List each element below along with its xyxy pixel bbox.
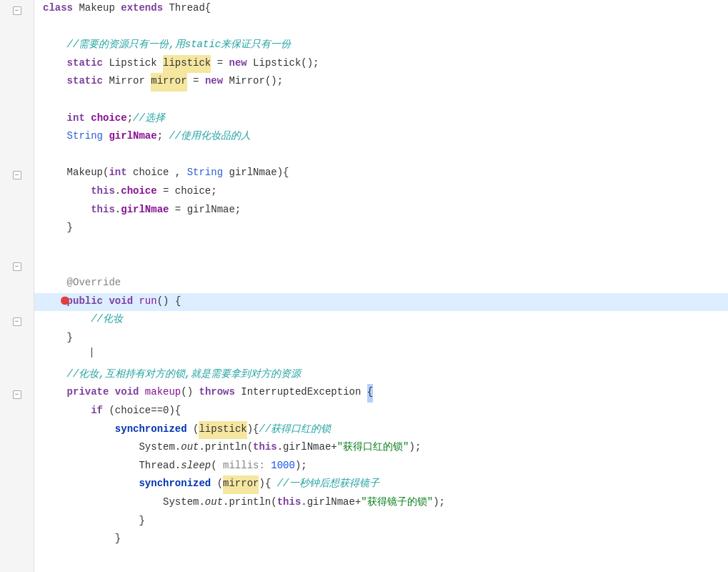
code-line-30: } [34,531,728,549]
editor-container: − − − − − class Makeup exte [0,0,728,572]
code-line-2 [34,19,728,37]
code-line-7: int choice;//选择 [34,110,728,129]
code-line-15 [34,256,728,275]
fold-icon-class[interactable]: − [13,6,21,15]
code-line-23: if (choice==0){ [34,403,728,421]
code-line-4: static Lipstick lipstick = new Lipstick(… [34,55,728,74]
code-line-18: //化妆 [34,311,728,330]
code-line-14 [34,238,728,257]
code-line-19: } [34,330,728,348]
token-lipstick-sync: lipstick [199,421,246,440]
code-line-21: //化妆,互相持有对方的锁,就是需要拿到对方的资源 [34,366,728,385]
code-line-26: Thread.sleep( millis: 1000); [34,458,728,476]
code-line-13: } [34,220,728,238]
comment-resources: //需要的资源只有一份,用static来保证只有一份 [67,36,291,55]
token-curly-highlight: { [367,384,373,403]
code-line-29: } [34,513,728,531]
code-line-12: this.girlNmae = girlNmae; [34,202,728,220]
breakpoint-dot [34,278,69,326]
code-line-22: private void makeup() throws Interrupted… [34,384,728,403]
token-mirror-var: mirror [151,73,186,92]
fold-icon-sync-mirror[interactable]: − [13,390,21,399]
code-area[interactable]: class Makeup extends Thread{ //需要的资源只有一份… [34,0,728,572]
token-override: @Override [67,275,121,293]
code-line-17: → public void run() { [34,293,728,312]
code-line-27: synchronized (mirror){ //一秒钟后想获得镜子 [34,475,728,494]
text-cursor [91,347,92,358]
fold-icon-run[interactable]: − [13,262,21,271]
token-mirror-sync: mirror [223,475,259,494]
code-line-16: @Override [34,275,728,293]
code-line-3: //需要的资源只有一份,用static来保证只有一份 [34,36,728,55]
code-line-1: class Makeup extends Thread{ [34,0,728,19]
code-line-25: System.out.println(this.girlNmae+"获得口红的锁… [34,439,728,458]
line-gutter: − − − − − [0,0,34,572]
token-lipstick-var: lipstick [163,55,211,74]
code-line-9 [34,147,728,165]
fold-icon-makeup[interactable]: − [13,317,21,326]
token-int-kw: int [67,110,85,129]
code-line-5: static Mirror mirror = new Mirror(); [34,73,728,92]
code-line-6 [34,92,728,110]
token-choice-field: choice [91,110,126,129]
token-class-kw: class [43,0,73,19]
code-line-28: System.out.println(this.girlNmae+"获得镜子的锁… [34,494,728,513]
code-line-20 [34,347,728,366]
svg-point-0 [61,296,69,305]
fold-icon-constructor[interactable]: − [13,171,21,179]
code-line-10: Makeup(int choice , String girlNmae){ [34,164,728,183]
code-line-11: this.choice = choice; [34,183,728,202]
code-line-8: String girlNmae; //使用化妆品的人 [34,128,728,147]
code-line-24: synchronized (lipstick){//获得口红的锁 [34,421,728,440]
